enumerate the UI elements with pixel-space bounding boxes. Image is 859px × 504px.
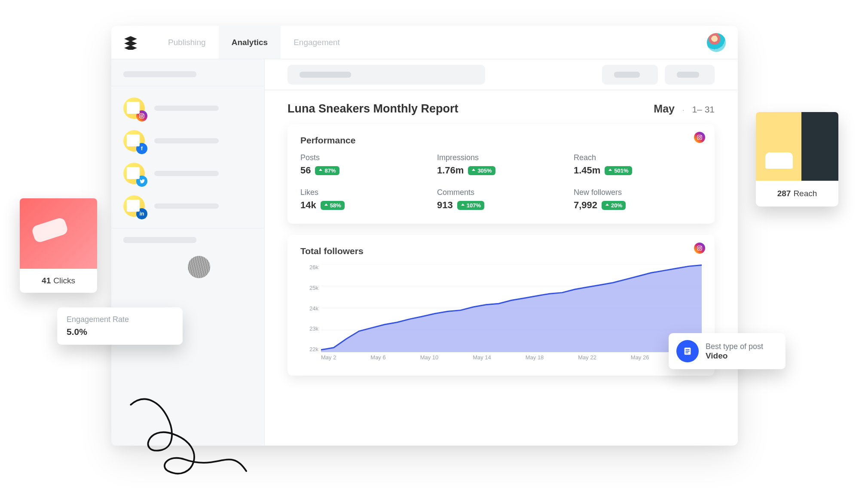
placeholder-line: [154, 106, 219, 111]
metric-value: 913: [437, 200, 453, 211]
svg-rect-19: [685, 351, 689, 352]
delta-badge: 501%: [605, 166, 632, 175]
linkedin-icon: in: [136, 208, 147, 219]
metric-value: 14k: [300, 200, 316, 211]
performance-card: Performance Posts5687%Impressions1.76m30…: [287, 124, 715, 224]
svg-point-11: [700, 246, 701, 247]
tab-analytics[interactable]: Analytics: [219, 26, 281, 59]
metric-value: 1.45m: [574, 165, 600, 176]
x-tick: May 26: [631, 354, 649, 363]
user-avatar[interactable]: [707, 33, 726, 52]
card-title: Performance: [300, 135, 702, 146]
x-tick: May 10: [420, 354, 439, 363]
delta-badge: 107%: [457, 201, 484, 210]
metric-value: 7,992: [574, 200, 597, 211]
best-post-value: Video: [706, 351, 763, 361]
filter-pill[interactable]: [287, 65, 485, 85]
metric-label: Posts: [300, 153, 428, 162]
engagement-label: Engagement Rate: [67, 315, 173, 324]
placeholder-line: [123, 71, 196, 77]
tab-publishing[interactable]: Publishing: [155, 26, 219, 59]
svg-point-4: [141, 115, 143, 117]
tab-engagement[interactable]: Engagement: [281, 26, 353, 59]
placeholder-line: [123, 237, 196, 243]
clicks-value: 41: [42, 276, 51, 285]
metric-label: Likes: [300, 188, 428, 197]
divider: [111, 228, 264, 228]
followers-chart: 26k25k24k23k22k May 2May 6May 10May 14Ma…: [300, 264, 702, 363]
delta-badge: 305%: [468, 166, 495, 175]
instagram-icon: [694, 243, 705, 254]
metric: Comments913107%: [437, 188, 565, 211]
y-tick: 22k: [309, 346, 318, 352]
y-tick: 25k: [309, 285, 318, 291]
y-tick: 23k: [309, 325, 318, 332]
x-tick: May 18: [526, 354, 544, 363]
account-item-linkedin[interactable]: in: [123, 195, 252, 217]
svg-point-10: [699, 247, 701, 249]
metric: Reach1.45m501%: [574, 153, 702, 176]
engagement-card: Engagement Rate 5.0%: [57, 307, 183, 345]
delta-badge: 20%: [602, 201, 626, 210]
post-thumbnail: [20, 198, 97, 269]
best-post-card: Best type of post Video: [669, 333, 786, 369]
y-tick: 24k: [309, 305, 318, 312]
instagram-icon: [136, 110, 147, 121]
reach-label: Reach: [793, 189, 817, 198]
top-bar: Publishing Analytics Engagement: [111, 26, 738, 59]
metric-label: New followers: [574, 188, 702, 197]
delta-badge: 58%: [321, 201, 345, 210]
account-item-instagram[interactable]: [123, 97, 252, 119]
placeholder-line: [154, 171, 219, 176]
report-month: May: [654, 103, 675, 115]
account-avatar: [123, 97, 145, 119]
main-tabs: Publishing Analytics Engagement: [155, 26, 353, 59]
instagram-icon: [694, 132, 705, 143]
scribble-decoration: [122, 386, 247, 489]
x-tick: May 22: [578, 354, 596, 363]
filter-bar: [264, 59, 738, 90]
svg-point-8: [700, 136, 701, 137]
svg-point-7: [699, 137, 701, 139]
best-post-label: Best type of post: [706, 342, 763, 351]
metric: New followers7,99220%: [574, 188, 702, 211]
placeholder-line: [154, 203, 219, 209]
metric: Likes14k58%: [300, 188, 428, 211]
account-avatar: [123, 163, 145, 184]
engagement-value: 5.0%: [67, 327, 173, 337]
svg-marker-2: [124, 45, 137, 50]
metric: Impressions1.76m305%: [437, 153, 565, 176]
filter-pill[interactable]: [602, 65, 658, 85]
svg-rect-18: [685, 349, 689, 350]
metric: Posts5687%: [300, 153, 428, 176]
account-item-facebook[interactable]: f: [123, 130, 252, 152]
divider: [111, 86, 264, 86]
svg-rect-20: [685, 352, 688, 353]
document-icon: [676, 340, 699, 362]
reach-card: 287Reach: [756, 112, 838, 206]
metric-label: Comments: [437, 188, 565, 197]
report-title: Luna Sneakers Monthly Report: [287, 102, 459, 115]
x-tick: May 6: [370, 354, 385, 363]
metric-label: Reach: [574, 153, 702, 162]
x-tick: May 2: [321, 354, 336, 363]
report-header: Luna Sneakers Monthly Report May · 1– 31: [264, 90, 738, 120]
clicks-card: 41Clicks: [20, 198, 97, 293]
filter-pill[interactable]: [665, 65, 715, 85]
svg-point-5: [143, 114, 144, 115]
metric-value: 56: [300, 165, 311, 176]
twitter-icon: [136, 176, 147, 187]
card-title: Total followers: [300, 246, 702, 256]
x-tick: May 14: [473, 354, 491, 363]
followers-card: Total followers 26k25k24k23k22k May 2May…: [287, 235, 715, 376]
facebook-icon: f: [136, 143, 147, 154]
main-content: Luna Sneakers Monthly Report May · 1– 31…: [264, 59, 738, 446]
analytics-app: Publishing Analytics Engagement f: [111, 26, 738, 446]
delta-badge: 87%: [315, 166, 339, 175]
account-item-twitter[interactable]: [123, 163, 252, 184]
account-avatar: f: [123, 130, 145, 152]
clicks-label: Clicks: [53, 276, 75, 285]
y-tick: 26k: [309, 264, 318, 270]
placeholder-line: [154, 138, 219, 143]
buffer-logo-icon: [123, 35, 138, 50]
